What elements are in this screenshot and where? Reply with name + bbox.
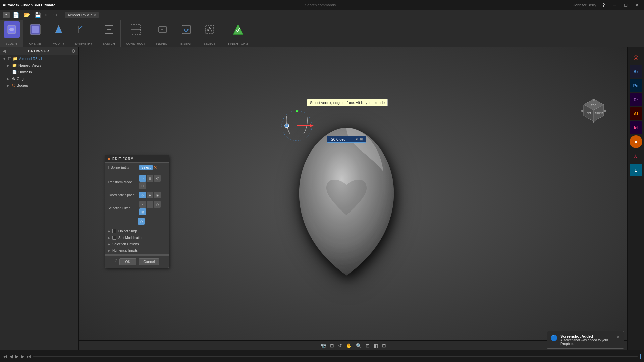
- ribbon-section-symmetry[interactable]: SYMMETRY: [70, 20, 97, 47]
- orange-app-icon[interactable]: ●: [630, 135, 642, 148]
- ribbon-section-sculpt[interactable]: SCULPT: [0, 20, 23, 47]
- premiere-app-icon[interactable]: Pr: [630, 93, 642, 106]
- object-snap-expandable[interactable]: ▶ Object Snap: [105, 228, 169, 234]
- save-button[interactable]: 💾: [33, 11, 42, 19]
- filter-btn-5[interactable]: ⬡: [138, 218, 145, 225]
- tree-item-origin[interactable]: ▶ ⊕ Origin: [0, 75, 78, 82]
- ribbon-section-create[interactable]: CREATE: [23, 20, 47, 47]
- numerical-inputs-expandable[interactable]: ▶ Numerical Inputs: [105, 247, 169, 254]
- network-app-icon[interactable]: L: [630, 164, 642, 176]
- dropdown-arrow[interactable]: ▼: [355, 137, 359, 141]
- coord-btn-1[interactable]: ⊹: [139, 192, 146, 198]
- doc-tab-close[interactable]: ✕: [94, 13, 96, 17]
- new-button[interactable]: 📄: [11, 11, 21, 19]
- playback-prev-btn[interactable]: ⏮: [3, 354, 7, 359]
- object-snap-checkbox[interactable]: [112, 229, 116, 233]
- finish-form-icon[interactable]: [230, 21, 246, 38]
- transform-btn-3[interactable]: ↺: [154, 175, 161, 182]
- filter-btn-1[interactable]: ·: [139, 201, 146, 208]
- ribbon-section-insert[interactable]: INSERT: [174, 20, 198, 47]
- playback-back-btn[interactable]: ◀: [9, 354, 13, 359]
- root-checkbox[interactable]: ☐: [8, 57, 11, 61]
- ribbon-section-sketch[interactable]: SKETCH: [97, 20, 121, 47]
- indesign-app-icon[interactable]: Id: [630, 121, 642, 134]
- filter-btn-2[interactable]: —: [147, 201, 153, 208]
- display-mode-btn[interactable]: ◧: [372, 342, 379, 349]
- coord-btn-2[interactable]: ◈: [147, 192, 153, 198]
- inspect-icon[interactable]: [155, 21, 171, 38]
- cancel-button[interactable]: Cancel: [139, 258, 159, 265]
- tree-item-units[interactable]: ▶ 📄 Units: in: [0, 69, 78, 75]
- create-icon[interactable]: [27, 21, 43, 38]
- timeline[interactable]: [33, 356, 638, 357]
- search-bar[interactable]: Search commands...: [305, 3, 339, 7]
- soft-mod-checkbox[interactable]: [112, 236, 116, 240]
- ribbon-section-construct[interactable]: CONSTRUCT: [121, 20, 151, 47]
- tree-item-root[interactable]: ▼ ☐ 📁 Almond R5 v1: [0, 55, 78, 62]
- help-button[interactable]: ?: [600, 2, 607, 8]
- ribbon-section-select[interactable]: SELECT: [198, 20, 221, 47]
- help-icon[interactable]: ?: [115, 258, 117, 265]
- zoom-btn[interactable]: 🔍: [355, 342, 363, 349]
- grid-btn[interactable]: ⊟: [381, 342, 387, 349]
- minimize-button[interactable]: ─: [611, 2, 619, 8]
- num-inp-label: Numerical Inputs: [112, 249, 138, 252]
- select-icon[interactable]: [202, 21, 218, 38]
- notification-close-btn[interactable]: ✕: [616, 334, 620, 340]
- music-app-icon[interactable]: ♫: [630, 149, 642, 162]
- chrome-app-icon[interactable]: ◎: [630, 51, 642, 64]
- maximize-button[interactable]: □: [623, 2, 629, 8]
- transform-btn-4[interactable]: ⊡: [139, 182, 146, 189]
- browser-options-btn[interactable]: ⚙: [71, 48, 76, 54]
- filter-btn-3[interactable]: ⬡: [154, 201, 161, 208]
- redo-button[interactable]: ↪: [52, 11, 59, 19]
- playback-play-btn[interactable]: ▶: [15, 354, 19, 359]
- ribbon-section-inspect[interactable]: INSPECT: [151, 20, 174, 47]
- value-input-box[interactable]: ▼ ⊞: [327, 136, 366, 143]
- sculpt-icon[interactable]: [4, 21, 20, 38]
- playback-next-btn[interactable]: ⏭: [26, 354, 31, 359]
- viewcube-left[interactable]: ◀: [580, 108, 583, 113]
- selection-options-expandable[interactable]: ▶ Selection Options: [105, 241, 169, 247]
- sketch-icon[interactable]: [101, 21, 117, 38]
- close-button[interactable]: ✕: [633, 2, 641, 8]
- grid-display-btn[interactable]: ⊞: [329, 342, 335, 349]
- angle-input[interactable]: [330, 137, 354, 141]
- undo-button[interactable]: ↩: [44, 11, 51, 19]
- bridge-app-icon[interactable]: Br: [630, 65, 642, 78]
- tree-item-bodies[interactable]: ▶ ⬡ Bodies: [0, 82, 78, 89]
- viewcube-up[interactable]: ▲: [592, 97, 596, 102]
- pan-btn[interactable]: ✋: [345, 342, 353, 349]
- sel-opt-arrow: ▶: [108, 242, 110, 246]
- transform-btn-2[interactable]: ⊞: [147, 175, 153, 182]
- viewcube-right[interactable]: ▶: [604, 108, 607, 113]
- clear-selection-button[interactable]: ✕: [153, 165, 157, 170]
- illustrator-app-icon[interactable]: Ai: [630, 107, 642, 120]
- symmetry-icon[interactable]: [76, 21, 92, 38]
- tree-item-named-views[interactable]: ▶ 📁 Named Views: [0, 62, 78, 69]
- camera-btn[interactable]: 📷: [319, 342, 327, 349]
- expand-btn[interactable]: ⊞: [360, 137, 363, 141]
- viewcube-down[interactable]: ▼: [592, 119, 596, 124]
- soft-modification-expandable[interactable]: ▶ Soft Modification: [105, 234, 169, 241]
- filter-btn-4[interactable]: ⊞: [139, 208, 146, 215]
- orbit-btn[interactable]: ↺: [337, 342, 343, 349]
- insert-icon[interactable]: [178, 21, 194, 38]
- construct-icon[interactable]: [128, 21, 144, 38]
- photoshop-app-icon[interactable]: Ps: [630, 79, 642, 92]
- ribbon-section-modify[interactable]: MODIFY: [47, 20, 70, 47]
- ok-button[interactable]: OK: [119, 258, 136, 265]
- document-tab[interactable]: Almond R5 v1* ✕: [65, 12, 99, 18]
- transform-btn-1[interactable]: ↔: [139, 175, 146, 182]
- fit-btn[interactable]: ⊡: [364, 342, 371, 349]
- select-button[interactable]: Select: [139, 165, 153, 170]
- svg-text:FRONT: FRONT: [595, 112, 603, 114]
- playback-forward-btn[interactable]: ▶: [21, 354, 24, 359]
- viewcube[interactable]: TOP FRONT LEFT ▲ ▼ ◀ ▶: [580, 97, 607, 124]
- open-button[interactable]: 📂: [22, 11, 32, 19]
- file-menu-button[interactable]: ≡: [3, 12, 10, 18]
- coord-btn-3[interactable]: ◉: [154, 192, 161, 198]
- ribbon-section-finish-form[interactable]: FINISH FORM: [221, 20, 255, 47]
- modify-icon[interactable]: [51, 21, 67, 38]
- browser-collapse-btn[interactable]: ◀: [3, 49, 6, 53]
